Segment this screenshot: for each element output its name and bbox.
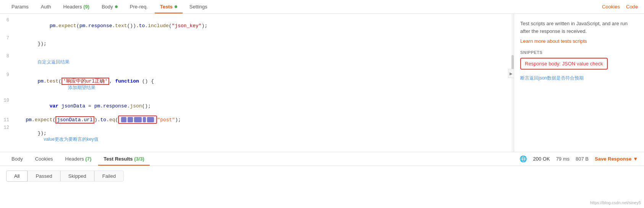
bottom-tab-body[interactable]: Body <box>6 152 28 166</box>
tab-settings[interactable]: Settings <box>184 0 213 13</box>
code-line-11: 11 pm.expect(jsonData.url).to.eq("post")… <box>0 115 514 124</box>
annotation-line12: value更改为要断言的key值 <box>44 136 98 142</box>
filter-all[interactable]: All <box>6 171 28 182</box>
response-time: 79 ms <box>556 156 570 162</box>
annotation-line9: 添加期望结果 <box>68 85 95 90</box>
code-line-6: 6 pm.expect(pm.response.text()).to.inclu… <box>0 17 514 35</box>
bottom-tabs-right: 🌐 200 OK 79 ms 807 B Save Response ▼ <box>519 155 638 162</box>
filter-tabs: All Passed Skipped Failed <box>6 171 638 182</box>
code-line-8: 8 自定义返回结果 <box>0 53 514 72</box>
bottom-tab-cookies[interactable]: Cookies <box>30 152 58 166</box>
code-line-7: 7 }); <box>0 35 514 53</box>
snippets-label: SNIPPETS <box>520 50 638 55</box>
tab-params[interactable]: Params <box>6 0 34 13</box>
top-tab-bar: Params Auth Headers (9) Body Pre-req. Te… <box>0 0 644 14</box>
save-response-button[interactable]: Save Response ▼ <box>595 156 638 162</box>
response-size: 807 B <box>576 156 589 162</box>
learn-more-link[interactable]: Learn more about tests scripts <box>520 38 587 44</box>
editor-area: 6 pm.expect(pm.response.text()).to.inclu… <box>0 14 644 152</box>
bottom-tab-headers[interactable]: Headers (7) <box>60 152 97 166</box>
annotation-line8: 自定义返回结果 <box>37 59 70 65</box>
body-dot <box>115 5 118 8</box>
right-panel: Test scripts are written in JavaScript, … <box>514 14 644 152</box>
snippet-annotation: 断言返回json数据是否符合预期 <box>520 75 638 81</box>
right-panel-description: Test scripts are written in JavaScript, … <box>520 20 638 35</box>
globe-icon: 🌐 <box>519 155 527 162</box>
bottom-tab-bar: Body Cookies Headers (7) Test Results (3… <box>0 152 644 166</box>
expand-arrow[interactable]: ▶ <box>508 69 514 78</box>
filter-skipped[interactable]: Skipped <box>60 171 94 182</box>
tab-headers[interactable]: Headers (9) <box>58 0 95 13</box>
tab-tests[interactable]: Tests <box>155 0 183 13</box>
cookies-link[interactable]: Cookies <box>602 4 620 10</box>
code-line-10: 10 var jsonData = pm.response.json(); <box>0 97 514 115</box>
code-line-12: 12 }); value更改为要断言的key值 <box>0 124 514 149</box>
chevron-down-icon: ▼ <box>633 156 638 162</box>
bottom-tabs-left: Body Cookies Headers (7) Test Results (3… <box>6 152 150 166</box>
top-tabs-right: Cookies Code <box>602 4 638 10</box>
filter-failed[interactable]: Failed <box>94 171 124 182</box>
code-link[interactable]: Code <box>626 4 638 10</box>
results-area: All Passed Skipped Failed <box>0 166 644 186</box>
filter-passed[interactable]: Passed <box>28 171 60 182</box>
tab-body[interactable]: Body <box>96 0 123 13</box>
status-code: 200 OK <box>533 156 550 162</box>
tests-dot <box>175 5 177 8</box>
tab-prereq[interactable]: Pre-req. <box>125 0 153 13</box>
editor-scrollbar[interactable] <box>511 14 514 152</box>
snippet-json-value-check[interactable]: Response body: JSON value check <box>520 58 608 70</box>
code-line-9: 9 pm.test('响应中的url正确', function () { 添加期… <box>0 72 514 97</box>
top-tabs-left: Params Auth Headers (9) Body Pre-req. Te… <box>6 0 213 13</box>
code-panel[interactable]: 6 pm.expect(pm.response.text()).to.inclu… <box>0 14 514 152</box>
bottom-tab-test-results[interactable]: Test Results (3/3) <box>98 152 150 166</box>
tab-auth[interactable]: Auth <box>36 0 57 13</box>
